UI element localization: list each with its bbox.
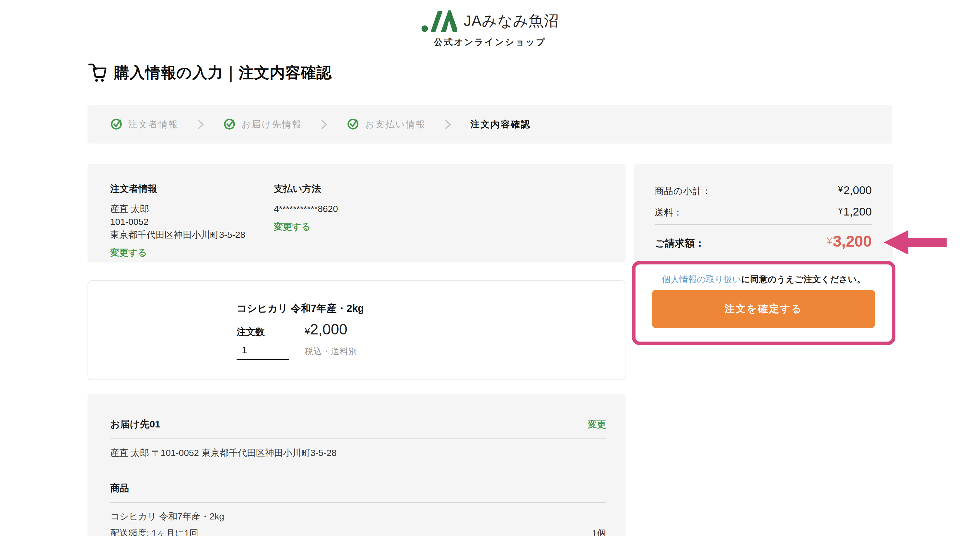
- delivery-header: お届け先01 変更: [110, 418, 606, 431]
- divider: [110, 502, 606, 503]
- checkout-confirmation-page: { "brand": { "name": "JAみなみ魚沼", "subtitl…: [0, 0, 980, 536]
- privacy-policy-link[interactable]: 個人情報の取り扱い: [662, 275, 741, 284]
- shipping-value: ¥1,200: [838, 205, 872, 218]
- orderer-payment-panel: 注文者情報 産直 太郎 101-0052 東京都千代田区神田小川町3-5-28 …: [88, 164, 625, 262]
- product-price-block: ¥2,000 税込・送料別: [305, 321, 357, 357]
- site-header: JAみなみ魚沼 公式オンラインショップ: [0, 8, 980, 48]
- product-title: コシヒカリ 令和7年産・2kg: [237, 302, 364, 315]
- payment-method-heading: 支払い方法: [274, 183, 338, 196]
- shipping-label: 送料：: [655, 207, 683, 219]
- step-payment-info[interactable]: お支払い情報: [347, 117, 425, 132]
- confirm-order-button[interactable]: 注文を確定する: [652, 290, 875, 328]
- delivery-item-quantity: 1個: [592, 527, 606, 536]
- chevron-right-icon: [197, 119, 205, 130]
- cart-icon: [87, 62, 108, 84]
- payment-method-block: 支払い方法 4***********8620 変更する: [274, 183, 338, 233]
- total-value: ¥3,200: [827, 232, 872, 250]
- quantity-block: 注文数: [237, 326, 289, 360]
- step-orderer-info[interactable]: 注文者情報: [110, 117, 178, 132]
- summary-divider: [655, 224, 872, 224]
- delivery-heading: お届け先01: [110, 418, 161, 431]
- delivery-recipient-line: 産直 太郎 〒101-0052 東京都千代田区神田小川町3-5-28: [110, 447, 337, 459]
- chevron-right-icon: [445, 119, 452, 130]
- masked-card-number: 4***********8620: [274, 202, 338, 215]
- delivery-item-name: コシヒカリ 令和7年産・2kg: [110, 511, 224, 523]
- subtotal-row: 商品の小計： ¥2,000: [655, 184, 872, 197]
- product-price: ¥2,000: [305, 321, 357, 338]
- shipping-row: 送料： ¥1,200: [655, 205, 872, 219]
- consent-highlight-box: 個人情報の取り扱いに同意のうえご注文ください。 注文を確定する: [632, 261, 896, 345]
- quantity-label: 注文数: [237, 326, 289, 339]
- page-head: 購入情報の入力｜注文内容確認: [87, 62, 332, 84]
- order-summary-panel: 商品の小計： ¥2,000 送料： ¥1,200 ご請求額： ¥3,200: [633, 164, 893, 261]
- check-circle-icon: [110, 117, 123, 132]
- check-circle-icon: [223, 117, 236, 132]
- checkout-steps: 注文者情報 お届け先情報 お支払い情報 注文内容確認: [88, 105, 892, 143]
- total-row: ご請求額： ¥3,200: [655, 232, 872, 250]
- check-circle-icon: [347, 117, 360, 132]
- page-title: 購入情報の入力｜注文内容確認: [114, 62, 332, 83]
- subtotal-value: ¥2,000: [838, 184, 872, 197]
- orderer-info-block: 注文者情報 産直 太郎 101-0052 東京都千代田区神田小川町3-5-28 …: [110, 183, 245, 259]
- total-label: ご請求額：: [655, 237, 705, 250]
- delivery-items-heading: 商品: [110, 482, 129, 495]
- subtotal-label: 商品の小計：: [655, 185, 711, 197]
- quantity-input[interactable]: [237, 343, 289, 360]
- orderer-postal-code: 101-0052: [110, 215, 245, 229]
- orderer-name: 産直 太郎: [110, 202, 245, 215]
- chevron-right-icon: [321, 119, 328, 130]
- ja-logo-icon: [421, 8, 457, 34]
- delivery-change-link[interactable]: 変更: [588, 418, 606, 431]
- orderer-info-heading: 注文者情報: [110, 183, 245, 196]
- payment-change-link[interactable]: 変更する: [274, 221, 310, 233]
- brand-subtitle: 公式オンラインショップ: [0, 36, 980, 48]
- divider: [110, 439, 606, 439]
- brand-name: JAみなみ魚沼: [464, 11, 559, 31]
- orderer-change-link[interactable]: 変更する: [110, 247, 147, 259]
- product-card: コシヒカリ 令和7年産・2kg 注文数 ¥2,000 税込・送料別: [88, 280, 625, 380]
- step-order-confirmation: 注文内容確認: [471, 118, 531, 130]
- orderer-address: 東京都千代田区神田小川町3-5-28: [110, 229, 245, 242]
- delivery-frequency: 配送頻度: 1ヶ月に1回: [110, 527, 198, 536]
- consent-line: 個人情報の取り扱いに同意のうえご注文ください。: [635, 274, 892, 285]
- price-note: 税込・送料別: [305, 346, 357, 357]
- highlight-arrow-icon: [884, 229, 947, 257]
- step-shipping-info[interactable]: お届け先情報: [223, 117, 302, 132]
- currency-symbol: ¥: [305, 326, 310, 336]
- delivery-item-row: 配送頻度: 1ヶ月に1回 1個: [110, 527, 606, 536]
- delivery-panel: お届け先01 変更 産直 太郎 〒101-0052 東京都千代田区神田小川町3-…: [88, 394, 625, 536]
